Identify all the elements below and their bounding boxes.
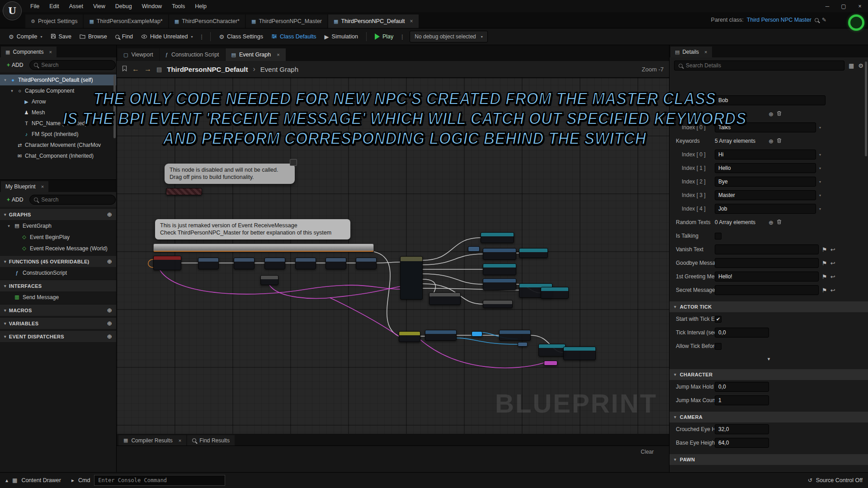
tab-my-blueprint[interactable]: My Blueprint × bbox=[1, 181, 48, 192]
trash-icon[interactable] bbox=[777, 111, 782, 117]
component-row-fm-spot-inherited[interactable]: ♪FM Spot (Inherited) bbox=[0, 129, 116, 140]
breadcrumb-root[interactable]: ThirdPersonNPC_Default bbox=[167, 66, 248, 73]
blueprint-item-constructionscript[interactable]: ƒConstructionScript bbox=[0, 267, 116, 278]
play-button[interactable]: Play bbox=[371, 31, 397, 42]
blueprint-node-chain[interactable] bbox=[326, 258, 346, 269]
text-property-input[interactable] bbox=[715, 95, 826, 105]
component-row-chat-component-inherited[interactable]: ✉Chat_Component (Inherited) bbox=[0, 150, 116, 161]
chevron-down-icon[interactable]: ▾ bbox=[819, 193, 821, 197]
blueprint-node-teal[interactable] bbox=[538, 344, 566, 357]
simulation-button[interactable]: ▶ Simulation bbox=[321, 31, 362, 42]
index-value-field[interactable]: Hi bbox=[715, 150, 816, 160]
number-property-input[interactable] bbox=[715, 438, 769, 448]
blueprint-node-teal[interactable] bbox=[519, 248, 548, 258]
blueprint-node-slate[interactable] bbox=[425, 330, 457, 341]
number-property-input[interactable] bbox=[715, 424, 769, 434]
index-value-field[interactable]: Talks bbox=[715, 122, 816, 132]
chevron-down-icon[interactable]: ▾ bbox=[819, 166, 821, 170]
flag-icon[interactable]: ⚑ bbox=[822, 287, 827, 293]
event-graph-canvas[interactable]: This node is disabled and will not be ca… bbox=[117, 78, 669, 434]
menu-tools[interactable]: Tools bbox=[167, 1, 190, 12]
tab-components[interactable]: ▦ Components × bbox=[1, 47, 57, 57]
component-row-arrow[interactable]: ▶Arrow bbox=[0, 96, 116, 107]
revision-status-avatar[interactable] bbox=[848, 14, 864, 31]
more-options-icon[interactable]: ⋮ bbox=[197, 33, 206, 40]
content-drawer-button[interactable]: Content Drawer bbox=[21, 477, 61, 483]
index-value-field[interactable]: Hello bbox=[715, 163, 816, 173]
forward-arrow-icon[interactable]: → bbox=[144, 65, 151, 73]
blueprint-node-slate[interactable] bbox=[499, 330, 531, 341]
section-functions-45-overridable[interactable]: ▾FUNCTIONS (45 OVERRIDABLE)⊕ bbox=[0, 255, 116, 267]
blueprint-node-chain[interactable] bbox=[264, 258, 285, 269]
blueprint-node-gray[interactable] bbox=[483, 300, 513, 308]
menu-edit[interactable]: Edit bbox=[44, 1, 64, 12]
close-tab-icon[interactable]: × bbox=[410, 18, 413, 24]
minimize-button[interactable]: ─ bbox=[819, 1, 835, 12]
flag-icon[interactable]: ⚑ bbox=[822, 260, 827, 266]
menu-view[interactable]: View bbox=[88, 1, 110, 12]
close-icon[interactable]: × bbox=[41, 184, 44, 189]
maximize-button[interactable]: ▢ bbox=[835, 1, 852, 12]
back-arrow-icon[interactable]: ← bbox=[132, 65, 139, 73]
checkbox[interactable]: ✔ bbox=[715, 316, 722, 323]
details-search[interactable] bbox=[674, 61, 844, 70]
text-property-input[interactable] bbox=[715, 285, 819, 295]
add-icon[interactable]: ⊕ bbox=[107, 307, 112, 314]
components-search-input[interactable] bbox=[41, 62, 111, 68]
number-property-input[interactable] bbox=[715, 328, 769, 338]
index-value-field[interactable]: Job bbox=[715, 204, 816, 214]
index-value-field[interactable]: Bye bbox=[715, 177, 816, 187]
menu-debug[interactable]: Debug bbox=[110, 1, 137, 12]
chevron-down-icon[interactable]: ▾ bbox=[819, 207, 821, 211]
blueprint-node-small[interactable] bbox=[468, 246, 480, 252]
asset-tab-thirdpersonnpc-default[interactable]: ▦ThirdPersonNPC_Default× bbox=[328, 14, 418, 28]
blueprint-node-event[interactable] bbox=[153, 256, 181, 270]
reset-icon[interactable]: ↩ bbox=[830, 260, 835, 266]
blueprint-node-teal[interactable] bbox=[481, 232, 514, 243]
checkbox[interactable] bbox=[715, 343, 722, 350]
class-settings-button[interactable]: ⚙ Class Settings bbox=[215, 31, 267, 42]
close-icon[interactable]: × bbox=[179, 438, 181, 443]
section-actor-tick[interactable]: ▾ACTOR TICK bbox=[670, 301, 868, 312]
my-blueprint-search-input[interactable] bbox=[41, 197, 111, 203]
component-row-character-movement-charmov[interactable]: ⇄Character Movement (CharMov bbox=[0, 140, 116, 150]
component-row-npc-name-inherited[interactable]: TNPC_Name (Inherited) bbox=[0, 118, 116, 129]
reset-icon[interactable]: ↩ bbox=[830, 247, 835, 253]
add-element-icon[interactable]: ⊕ bbox=[769, 111, 774, 117]
blueprint-node-teal[interactable] bbox=[563, 347, 596, 360]
settings-gear-icon[interactable]: ⚙ bbox=[858, 62, 863, 69]
chevron-down-icon[interactable]: ▾ bbox=[191, 35, 193, 39]
browse-button[interactable]: Browse bbox=[75, 31, 111, 42]
play-options-icon[interactable]: ⋮ bbox=[397, 33, 407, 40]
blueprint-node-teal[interactable] bbox=[483, 263, 516, 275]
section-variables[interactable]: ▾VARIABLES⊕ bbox=[0, 317, 116, 329]
close-icon[interactable]: × bbox=[277, 52, 279, 57]
tab-find-results[interactable]: Find Results bbox=[187, 435, 235, 446]
blueprint-node-bar[interactable] bbox=[153, 244, 374, 252]
edit-icon[interactable]: ✎ bbox=[822, 17, 826, 23]
details-search-input[interactable] bbox=[686, 62, 840, 69]
blueprint-item-send-message[interactable]: ▥Send Message bbox=[0, 291, 116, 303]
bookmark-icon[interactable] bbox=[122, 66, 127, 73]
blueprint-node-gray[interactable] bbox=[429, 292, 461, 305]
number-property-input[interactable] bbox=[715, 382, 769, 392]
chevron-down-icon[interactable]: ▾ bbox=[819, 126, 821, 130]
blueprint-item-event-beginplay[interactable]: ◇Event BeginPlay bbox=[0, 231, 116, 243]
display-options-icon[interactable]: ▦ bbox=[849, 62, 854, 69]
add-icon[interactable]: ⊕ bbox=[107, 258, 112, 265]
chevron-up-icon[interactable]: ▴ bbox=[5, 477, 8, 483]
index-value-field[interactable]: Master bbox=[715, 190, 816, 200]
details-scrollbar[interactable] bbox=[865, 61, 867, 156]
tab-construction-script[interactable]: ƒ Construction Script bbox=[160, 48, 225, 61]
blueprint-item-event-receive-message-world[interactable]: ◇Event Receive Message (World) bbox=[0, 243, 116, 254]
details-expander[interactable]: ▾ bbox=[670, 353, 868, 365]
reset-icon[interactable]: ↩ bbox=[830, 274, 835, 280]
text-property-input[interactable] bbox=[715, 258, 819, 268]
tab-details[interactable]: ▤ Details × bbox=[670, 47, 712, 57]
section-camera[interactable]: ▾CAMERA bbox=[670, 412, 868, 422]
add-icon[interactable]: ⊕ bbox=[107, 320, 112, 327]
section-interfaces[interactable]: ▾INTERFACES bbox=[0, 280, 116, 291]
trash-icon[interactable] bbox=[777, 219, 782, 225]
tab-event-graph[interactable]: ▤ Event Graph × bbox=[226, 48, 286, 61]
number-property-input[interactable] bbox=[715, 395, 769, 405]
